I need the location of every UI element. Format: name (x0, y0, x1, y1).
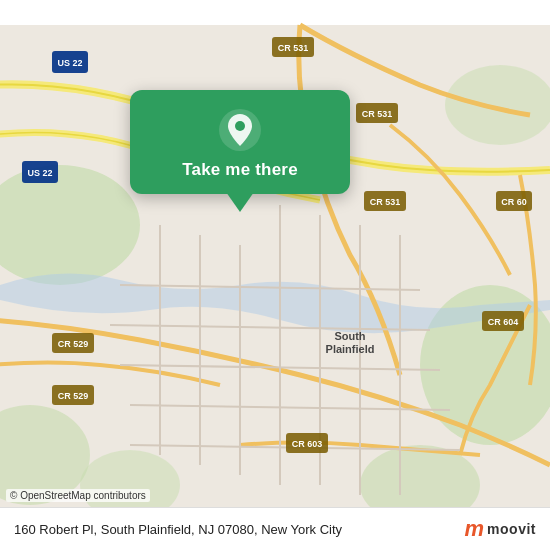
svg-text:CR 529: CR 529 (58, 391, 89, 401)
moovit-logo: m moovit (465, 518, 536, 540)
svg-point-42 (235, 121, 245, 131)
svg-text:CR 604: CR 604 (488, 317, 519, 327)
svg-text:South: South (334, 330, 365, 342)
svg-text:CR 529: CR 529 (58, 339, 89, 349)
osm-credit: © OpenStreetMap contributors (6, 489, 150, 502)
map-container: US 22 US 22 CR 531 CR 531 CR 531 CR 60 C… (0, 0, 550, 550)
svg-text:US 22: US 22 (27, 168, 52, 178)
svg-text:CR 531: CR 531 (278, 43, 309, 53)
moovit-m-letter: m (465, 518, 484, 540)
svg-text:Plainfield: Plainfield (326, 343, 375, 355)
svg-text:CR 603: CR 603 (292, 439, 323, 449)
address-text: 160 Robert Pl, South Plainfield, NJ 0708… (14, 522, 465, 537)
osm-credit-text: © OpenStreetMap contributors (10, 490, 146, 501)
svg-text:CR 531: CR 531 (362, 109, 393, 119)
svg-text:US 22: US 22 (57, 58, 82, 68)
svg-point-4 (445, 65, 550, 145)
take-me-there-callout[interactable]: Take me there (130, 90, 350, 194)
callout-label: Take me there (182, 160, 298, 180)
moovit-wordmark: moovit (487, 521, 536, 537)
location-pin-icon (218, 108, 262, 152)
svg-text:CR 531: CR 531 (370, 197, 401, 207)
bottom-bar: 160 Robert Pl, South Plainfield, NJ 0708… (0, 507, 550, 550)
svg-text:CR 60: CR 60 (501, 197, 527, 207)
